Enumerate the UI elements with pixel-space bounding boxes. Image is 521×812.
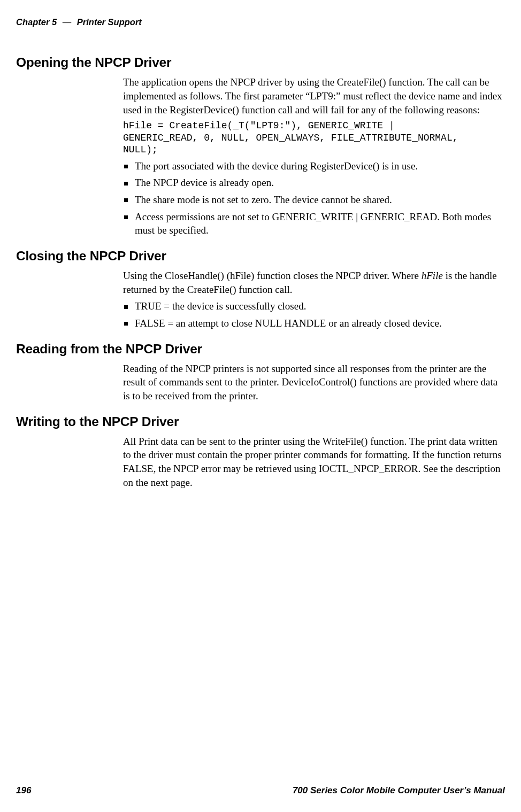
header-section-title: Printer Support <box>77 17 142 27</box>
manual-title: 700 Series Color Mobile Computer User’s … <box>293 785 505 797</box>
list-item: The port associated with the device duri… <box>123 159 505 173</box>
list-item: FALSE = an attempt to close NULL HANDLE … <box>123 316 505 330</box>
list-item: The share mode is not set to zero. The d… <box>123 193 505 207</box>
writing-body: All Print data can be sent to the printe… <box>123 435 505 490</box>
list-item: Access permissions are not set to GENERI… <box>123 210 505 237</box>
page-number: 196 <box>16 785 31 797</box>
heading-writing: Writing to the NPCP Driver <box>16 413 505 430</box>
chapter-label: Chapter 5 <box>16 17 57 27</box>
opening-intro: The application opens the NPCP driver by… <box>123 75 505 117</box>
heading-reading: Reading from the NPCP Driver <box>16 340 505 358</box>
closing-intro-italic: hFile <box>422 270 443 281</box>
running-footer: 196 700 Series Color Mobile Computer Use… <box>16 785 505 797</box>
heading-opening: Opening the NPCP Driver <box>16 53 505 71</box>
block-opening: The application opens the NPCP driver by… <box>123 75 505 237</box>
closing-intro-prefix: Using the CloseHandle() (hFile) function… <box>123 270 422 281</box>
closing-bullets: TRUE = the device is successfully closed… <box>123 299 505 330</box>
list-item: TRUE = the device is successfully closed… <box>123 299 505 313</box>
opening-code: hFile = CreateFile(_T("LPT9:"), GENERIC_… <box>123 120 505 156</box>
block-reading: Reading of the NPCP printers is not supp… <box>123 362 505 403</box>
opening-bullets: The port associated with the device duri… <box>123 159 505 237</box>
header-left: Chapter 5 — Printer Support <box>16 16 142 28</box>
reading-body: Reading of the NPCP printers is not supp… <box>123 362 505 403</box>
list-item: The NPCP device is already open. <box>123 176 505 190</box>
page: Chapter 5 — Printer Support Opening the … <box>0 0 521 812</box>
closing-intro: Using the CloseHandle() (hFile) function… <box>123 269 505 296</box>
header-separator: — <box>59 17 75 27</box>
block-writing: All Print data can be sent to the printe… <box>123 435 505 490</box>
running-header: Chapter 5 — Printer Support <box>16 16 505 28</box>
block-closing: Using the CloseHandle() (hFile) function… <box>123 269 505 330</box>
heading-closing: Closing the NPCP Driver <box>16 247 505 265</box>
